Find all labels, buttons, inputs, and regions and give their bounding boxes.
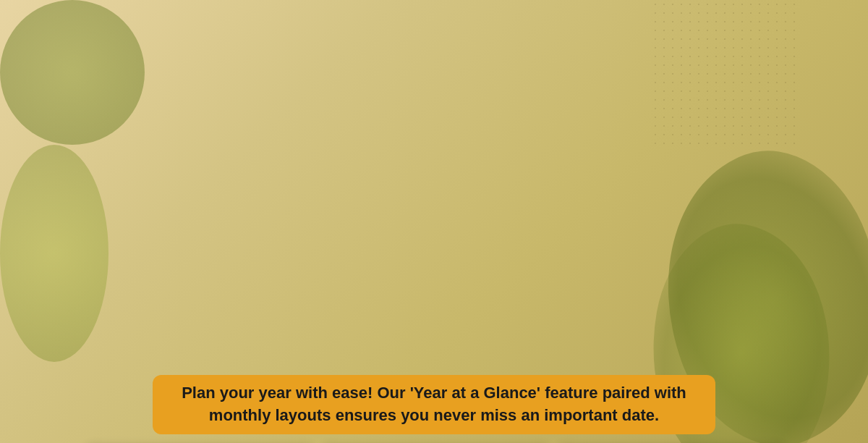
banner-text: Plan your year with ease! Our 'Year at a…	[182, 382, 686, 427]
bg-decoration-2	[0, 145, 109, 362]
header-banner: Plan your year with ease! Our 'Year at a…	[0, 362, 868, 443]
banner-box: Plan your year with ease! Our 'Year at a…	[153, 375, 715, 434]
bg-decoration-1	[0, 0, 145, 145]
bg-dots	[651, 0, 796, 145]
